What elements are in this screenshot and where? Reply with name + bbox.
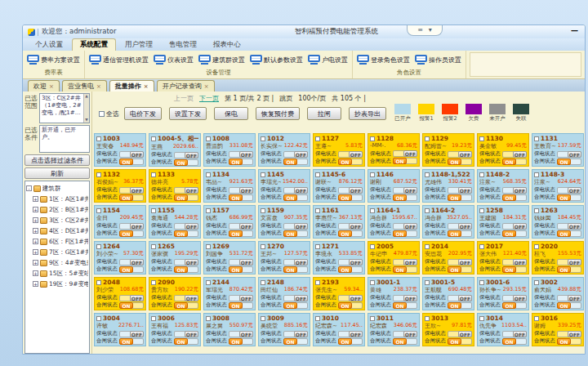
scroll-down-icon[interactable]: ▼ bbox=[85, 118, 87, 123]
room-checkbox[interactable] bbox=[206, 244, 211, 249]
document-tab[interactable]: 批量操作× bbox=[109, 80, 154, 92]
room-checkbox[interactable] bbox=[479, 280, 484, 285]
baodian-toggle[interactable]: OFF bbox=[174, 187, 198, 194]
prev-page-link[interactable]: 上一页 bbox=[174, 94, 194, 103]
room-card[interactable]: 3001-5王航舰690.48元保电状态OFF合闸状态ON bbox=[422, 277, 474, 310]
hezha-toggle[interactable]: ON bbox=[229, 158, 253, 165]
baodian-toggle[interactable]: OFF bbox=[174, 152, 198, 158]
room-checkbox[interactable] bbox=[425, 136, 430, 141]
room-card[interactable]: 3010纪宏森~117.45..保电状态OFF合闸状态ON bbox=[313, 313, 365, 346]
room-card[interactable]: 1133德井亮5.78元保电状态OFF合闸状态ON bbox=[149, 169, 201, 203]
room-checkbox[interactable] bbox=[261, 172, 265, 177]
hezha-toggle[interactable]: ON bbox=[502, 266, 527, 273]
hezha-toggle[interactable]: ON bbox=[283, 266, 308, 273]
baodian-toggle[interactable]: OFF bbox=[393, 223, 417, 230]
ribbon-button[interactable]: 费率方案设置 bbox=[25, 54, 82, 65]
scrollbar[interactable]: ▲▼ bbox=[83, 94, 89, 123]
baodian-toggle[interactable]: OFF bbox=[119, 331, 144, 337]
hezha-toggle[interactable]: ON bbox=[448, 302, 472, 309]
hezha-toggle[interactable]: ON bbox=[174, 266, 198, 273]
room-card[interactable]: 3009吴统堂885.16元保电状态OFF合闸状态ON bbox=[258, 313, 310, 346]
room-checkbox[interactable] bbox=[534, 208, 539, 213]
room-checkbox[interactable] bbox=[151, 280, 156, 285]
hezha-toggle[interactable]: ON bbox=[393, 266, 417, 273]
tree-node[interactable]: +4区：D区1#井（D区1 bbox=[26, 225, 88, 236]
baodian-toggle[interactable]: OFF bbox=[174, 259, 198, 266]
room-checkbox[interactable] bbox=[206, 280, 211, 285]
room-checkbox[interactable] bbox=[261, 208, 265, 213]
room-checkbox[interactable] bbox=[534, 316, 539, 321]
baodian-toggle[interactable]: OFF bbox=[119, 151, 144, 158]
tree-node[interactable]: +19区：9#变电站（2# bbox=[26, 279, 88, 289]
baodian-toggle[interactable]: OFF bbox=[393, 331, 417, 337]
baodian-toggle[interactable]: OFF bbox=[119, 259, 144, 266]
hezha-toggle[interactable]: ON bbox=[393, 194, 417, 201]
hezha-toggle[interactable]: ON bbox=[119, 266, 144, 273]
room-card[interactable]: 1148-1,522尤雄伟330.41元保电状态OFF合闸状态ON bbox=[422, 169, 474, 203]
room-card[interactable]: 1269刘国争531.72元保电状态OFF合闸状态ON bbox=[203, 241, 256, 274]
hezha-toggle[interactable]: ON bbox=[448, 230, 472, 237]
room-card[interactable]: 1008曹温韵331.08元保电状态OFF合闸状态ON bbox=[203, 133, 256, 167]
hezha-toggle[interactable]: ON bbox=[393, 338, 417, 345]
baodian-toggle[interactable]: OFF bbox=[448, 259, 472, 266]
room-checkbox[interactable] bbox=[151, 316, 156, 321]
room-checkbox[interactable] bbox=[261, 316, 265, 321]
room-card[interactable]: 2048刘少荣108.68元保电状态OFF合闸状态ON bbox=[94, 277, 146, 310]
hezha-toggle[interactable]: ON bbox=[119, 302, 144, 309]
baodian-toggle[interactable]: OFF bbox=[557, 259, 581, 266]
tree-node[interactable]: +3区：C区2#井（1#变 bbox=[26, 215, 88, 225]
room-checkbox[interactable] bbox=[96, 136, 101, 141]
filter-select-button[interactable]: 点击选择过滤条件 bbox=[24, 154, 90, 166]
close-tab-icon[interactable]: × bbox=[144, 83, 149, 90]
hezha-toggle[interactable]: ON bbox=[229, 230, 253, 237]
tree-node[interactable]: +1区：A区1#井 bbox=[26, 194, 88, 204]
hezha-toggle[interactable]: ON bbox=[119, 194, 144, 201]
baodian-toggle[interactable]: OFF bbox=[393, 187, 417, 194]
room-checkbox[interactable] bbox=[479, 316, 484, 321]
expand-icon[interactable]: + bbox=[33, 217, 38, 223]
hezha-toggle[interactable]: ON bbox=[174, 230, 198, 237]
room-card[interactable]: 1130吴金敏99.45元保电状态OFF合闸状态ON bbox=[477, 133, 529, 167]
room-checkbox[interactable] bbox=[534, 136, 539, 141]
hezha-toggle[interactable]: ON bbox=[174, 302, 198, 309]
room-card[interactable]: 3014仇先争1103.54..保电状态OFF合闸状态ON bbox=[477, 313, 529, 346]
room-checkbox[interactable] bbox=[261, 244, 265, 249]
room-card[interactable]: 3001-1黄雄238.37元保电状态OFF合闸状态ON bbox=[368, 277, 420, 310]
ribbon-button[interactable]: 通信管理机设置 bbox=[87, 54, 150, 65]
ribbon-button[interactable]: 默认参数设置 bbox=[248, 54, 305, 65]
room-card[interactable]: 2020桂飞155.53元保电状态OFF合闸状态ON bbox=[532, 241, 584, 274]
room-checkbox[interactable] bbox=[534, 280, 539, 285]
hezha-toggle[interactable]: ON bbox=[502, 194, 527, 201]
baodian-toggle[interactable]: OFF bbox=[393, 295, 417, 301]
expand-icon[interactable]: + bbox=[33, 249, 38, 255]
baodian-toggle[interactable]: OFF bbox=[502, 223, 527, 230]
action-button[interactable]: 保电 bbox=[214, 107, 248, 120]
hezha-toggle[interactable]: ON bbox=[502, 302, 527, 309]
hezha-toggle[interactable]: ON bbox=[229, 338, 253, 345]
room-card[interactable]: 1131王教育~137.59元保电状态OFF合闸状态ON bbox=[532, 133, 584, 167]
expand-icon[interactable]: + bbox=[33, 281, 38, 287]
hezha-toggle[interactable]: ON bbox=[229, 194, 253, 201]
baodian-toggle[interactable]: OFF bbox=[229, 187, 253, 194]
baodian-toggle[interactable]: OFF bbox=[502, 259, 527, 266]
selected-range-box[interactable]: 3区：C区2#井（1#变电，2#变电，/配1#… ▲▼ bbox=[39, 93, 90, 123]
hezha-toggle[interactable]: ON bbox=[283, 158, 308, 165]
room-card[interactable]: 1003王安春148.94元保电状态OFF合闸状态ON bbox=[94, 133, 146, 167]
ribbon-button[interactable]: 操作员设置 bbox=[413, 54, 463, 65]
baodian-toggle[interactable]: OFF bbox=[338, 187, 363, 194]
hezha-toggle[interactable]: ON bbox=[119, 338, 144, 345]
ribbon-button[interactable]: 建筑群设置 bbox=[197, 54, 247, 65]
room-card[interactable]: 1265张家骥195.29元保电状态OFF合闸状态ON bbox=[149, 241, 201, 274]
room-checkbox[interactable] bbox=[151, 172, 156, 177]
baodian-toggle[interactable]: OFF bbox=[283, 187, 308, 194]
expand-icon[interactable]: + bbox=[33, 260, 38, 266]
room-checkbox[interactable] bbox=[425, 172, 430, 177]
hezha-toggle[interactable]: ON bbox=[338, 230, 363, 237]
tree-node[interactable]: +2区：B区1#井/B区1#井 bbox=[26, 204, 88, 215]
tree-node[interactable]: +9区：4#变电井（4#变 bbox=[26, 257, 88, 268]
document-tab[interactable]: 营业售电× bbox=[62, 80, 107, 92]
baodian-toggle[interactable]: OFF bbox=[338, 151, 363, 158]
room-card[interactable]: 1148-2注浆~568.35元保电状态OFF合闸状态ON bbox=[477, 169, 529, 203]
baodian-toggle[interactable]: OFF bbox=[448, 187, 472, 194]
hezha-toggle[interactable]: ON bbox=[174, 194, 198, 201]
